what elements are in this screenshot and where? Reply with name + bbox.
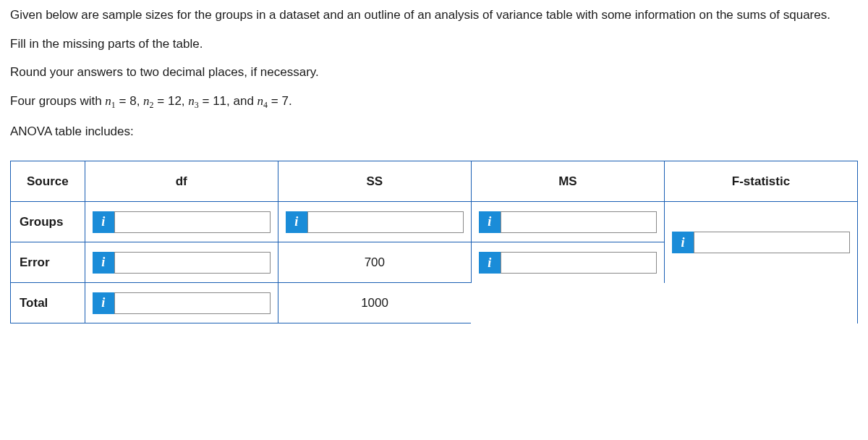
header-source: Source — [11, 161, 85, 202]
header-df: df — [85, 161, 278, 202]
error-df-input[interactable] — [114, 252, 271, 274]
header-ms: MS — [471, 161, 664, 202]
f-statistic-input[interactable] — [694, 232, 850, 253]
row-total-label: Total — [11, 283, 85, 323]
instruction-round: Round your answers to two decimal places… — [10, 63, 858, 82]
anova-label: ANOVA table includes: — [10, 122, 858, 141]
anova-table: Source df SS MS F-statistic Groups i i i — [10, 161, 858, 323]
row-error-label: Error — [11, 242, 85, 283]
groups-ms-input[interactable] — [501, 211, 657, 233]
error-ms-input[interactable] — [501, 252, 657, 274]
header-ss: SS — [278, 161, 471, 202]
info-icon[interactable]: i — [93, 292, 114, 314]
error-ss-value: 700 — [278, 242, 471, 283]
instruction-fill: Fill in the missing parts of the table. — [10, 35, 858, 54]
info-icon[interactable]: i — [286, 211, 307, 233]
header-f: F-statistic — [664, 161, 857, 202]
info-icon[interactable]: i — [479, 211, 501, 233]
groups-description: Four groups with n1 = 8, n2 = 12, n3 = 1… — [10, 92, 858, 112]
info-icon[interactable]: i — [93, 211, 114, 233]
info-icon[interactable]: i — [479, 252, 501, 274]
info-icon[interactable]: i — [93, 252, 114, 274]
groups-ss-input[interactable] — [307, 211, 464, 233]
intro-text: Given below are sample sizes for the gro… — [10, 6, 858, 25]
info-icon[interactable]: i — [672, 232, 694, 253]
row-groups-label: Groups — [11, 202, 85, 242]
groups-df-input[interactable] — [114, 211, 271, 233]
total-ss-value: 1000 — [278, 283, 471, 323]
total-df-input[interactable] — [114, 292, 271, 314]
